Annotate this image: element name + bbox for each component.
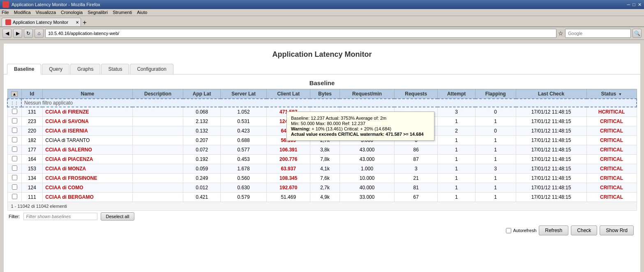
row-checkbox[interactable] (12, 109, 17, 114)
row-checkbox-cell[interactable] (7, 145, 21, 155)
row-checkbox-cell[interactable] (7, 155, 21, 164)
row-checkbox-cell[interactable] (7, 107, 21, 117)
row-checkbox[interactable] (12, 128, 17, 133)
row-name[interactable]: CCIAA di PIACENZA (43, 155, 132, 164)
row-checkbox-cell[interactable] (7, 183, 21, 193)
home-button[interactable]: ⌂ (35, 29, 44, 38)
row-flapping: 1 (475, 174, 516, 183)
minimize-btn[interactable]: ─ (627, 2, 630, 7)
row-checkbox[interactable] (12, 137, 17, 142)
row-server-lat: 0.531 (220, 117, 266, 126)
row-checkbox[interactable] (12, 194, 17, 199)
tab-status[interactable]: Status (101, 64, 129, 74)
browser-tab[interactable]: Application Latency Monitor ✕ (2, 18, 81, 26)
autorefresh-checkbox[interactable] (506, 228, 511, 233)
row-status: CRITICAL (586, 126, 637, 136)
row-name[interactable]: CCIAA di TARANTO (43, 136, 132, 145)
col-client-lat[interactable]: Client Lat (267, 89, 310, 99)
show-rrd-button[interactable]: Show Rrd (600, 226, 634, 235)
table-row: 124 CCIAA di COMO 0.012 0.630 192.670 2,… (7, 183, 637, 193)
maximize-btn[interactable]: □ (632, 2, 635, 7)
row-status: HCRITICAL (586, 107, 637, 117)
tab-graphs[interactable]: Graphs (70, 64, 100, 74)
new-tab-button[interactable]: + (83, 19, 86, 26)
row-checkbox[interactable] (12, 175, 17, 180)
search-input[interactable] (565, 29, 631, 38)
tab-query[interactable]: Query (42, 64, 69, 74)
col-attempt[interactable]: Attempt (438, 89, 475, 99)
menu-strumenti[interactable]: Strumenti (113, 10, 132, 15)
row-checkbox-cell[interactable] (7, 174, 21, 183)
col-description[interactable]: Description (132, 89, 183, 99)
col-requests[interactable]: Requests (395, 89, 438, 99)
row-checkbox[interactable] (12, 165, 17, 171)
row-name[interactable]: CCIAA di MONZA (43, 164, 132, 174)
row-description (132, 145, 183, 155)
row-checkbox-cell[interactable] (7, 126, 21, 136)
tab-baseline[interactable]: Baseline (7, 64, 41, 74)
row-checkbox-cell[interactable] (7, 193, 21, 202)
row-name[interactable]: CCIAA di SAVONA (43, 117, 132, 126)
row-name[interactable]: CCIAA di SALERNO (43, 145, 132, 155)
menu-visualizza[interactable]: Visualizza (36, 10, 56, 15)
col-app-lat[interactable]: App Lat (183, 89, 220, 99)
filter-input[interactable] (23, 213, 97, 220)
url-input[interactable] (45, 29, 556, 38)
row-name[interactable]: CCIAA di ISERNIA (43, 126, 132, 136)
close-btn[interactable]: ✕ (638, 2, 642, 7)
menu-cronologia[interactable]: Cronologia (61, 10, 83, 15)
col-last-check[interactable]: Last Check (516, 89, 586, 99)
deselect-all-button[interactable]: Deselect all (101, 212, 135, 221)
row-description (132, 117, 183, 126)
row-bytes: 4,9k (310, 193, 340, 202)
row-app-lat: 0.421 (183, 193, 220, 202)
scroll-up-btn[interactable]: ▲ (11, 91, 18, 97)
menu-modifica[interactable]: Modifica (14, 10, 31, 15)
row-name[interactable]: CCIAA di FROSINONE (43, 174, 132, 183)
bookmark-star-icon[interactable]: ☆ (558, 30, 563, 37)
tooltip-line4: Actual value exceeds CRITICAL watermark:… (291, 132, 430, 137)
col-id[interactable]: Id (21, 89, 43, 99)
row-name[interactable]: CCIAA di FIRENZE (43, 107, 132, 117)
row-last-check: 17/01/12 11:48:15 (516, 183, 586, 193)
filter-btn-cell[interactable]: ⋮⋮ (7, 99, 21, 107)
autorefresh-text: Autorefresh (513, 228, 536, 233)
col-name[interactable]: Name (43, 89, 132, 99)
menu-segnalibri[interactable]: Segnalibri (88, 10, 108, 15)
row-name[interactable]: CCIAA di BERGAMO (43, 193, 132, 202)
col-status[interactable]: Status ▼ (586, 89, 637, 99)
section-title: Baseline (4, 74, 640, 89)
row-description (132, 174, 183, 183)
forward-button[interactable]: ▶ (13, 29, 22, 38)
row-checkbox[interactable] (12, 118, 17, 123)
row-name[interactable]: CCIAA di COMO (43, 183, 132, 193)
table-container: Baseline: 12.237 Actual: 3753% Average o… (7, 89, 637, 211)
tab-close-btn[interactable]: ✕ (76, 20, 79, 25)
col-request-min[interactable]: Request/min (339, 89, 394, 99)
row-checkbox-cell[interactable] (7, 164, 21, 174)
row-server-lat: 0.579 (220, 193, 266, 202)
col-flapping[interactable]: Flapping (475, 89, 516, 99)
row-requests: 81 (395, 183, 438, 193)
row-checkbox[interactable] (12, 146, 17, 152)
back-button[interactable]: ◀ (2, 29, 12, 38)
tab-configuration[interactable]: Configuration (130, 64, 173, 74)
refresh-button[interactable]: Refresh (539, 226, 568, 235)
row-flapping: 1 (475, 155, 516, 164)
menu-file[interactable]: File (2, 10, 9, 15)
table-row: 164 CCIAA di PIACENZA 0.192 0.453 200.77… (7, 155, 637, 164)
row-flapping: 0 (475, 126, 516, 136)
menu-aiuto[interactable]: Aiuto (137, 10, 147, 15)
row-checkbox[interactable] (12, 156, 17, 161)
row-server-lat: 0.577 (220, 145, 266, 155)
reload-button[interactable]: ↻ (24, 29, 33, 38)
row-checkbox-cell[interactable] (7, 136, 21, 145)
check-button[interactable]: Check (571, 226, 597, 235)
browser-title: Application Latency Monitor - Mozilla Fi… (12, 2, 100, 7)
row-app-lat: 2.132 (183, 117, 220, 126)
row-checkbox-cell[interactable] (7, 117, 21, 126)
col-bytes[interactable]: Bytes (310, 89, 340, 99)
col-server-lat[interactable]: Server Lat (220, 89, 266, 99)
search-button[interactable]: 🔍 (632, 29, 642, 38)
row-checkbox[interactable] (12, 184, 17, 190)
